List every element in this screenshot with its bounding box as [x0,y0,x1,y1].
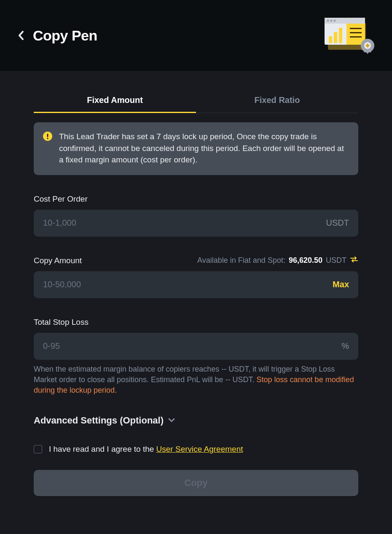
cost-per-order-label: Cost Per Order [34,194,358,204]
chevron-down-icon [168,417,175,424]
copy-amount-input[interactable] [43,280,333,289]
svg-rect-9 [350,36,362,38]
available-amount: 96,620.50 [289,256,322,265]
available-balance: Available in Fiat and Spot: 96,620.50 US… [197,256,358,265]
cost-per-order-input-wrap: USDT [34,210,358,237]
stop-loss-input-wrap: % [34,333,358,360]
stop-loss-field: Total Stop Loss % When the estimated mar… [34,318,358,396]
available-currency: USDT [326,256,346,265]
advanced-settings-toggle[interactable]: Advanced Settings (Optional) [34,415,358,426]
tab-fixed-amount[interactable]: Fixed Amount [34,88,196,113]
agreement-text: I have read and I agree to the User Serv… [49,445,243,454]
header-left: Copy Pen [17,27,97,44]
header-illustration-icon [320,14,375,57]
lockup-notice: This Lead Trader has set a 7 days lock u… [34,122,358,175]
svg-point-5 [334,20,336,22]
page-header: Copy Pen [0,0,392,71]
svg-rect-12 [339,28,342,43]
cost-per-order-suffix: USDT [326,218,349,228]
agreement-row: I have read and I agree to the User Serv… [34,445,358,454]
svg-rect-10 [329,36,332,43]
copy-amount-label: Copy Amount [34,256,82,265]
available-label: Available in Fiat and Spot: [197,256,285,265]
copy-amount-input-wrap: Max [34,271,358,298]
user-service-agreement-link[interactable]: User Service Agreement [156,445,243,453]
copy-amount-field: Copy Amount Available in Fiat and Spot: … [34,256,358,298]
cost-per-order-input[interactable] [43,218,326,228]
back-icon[interactable] [17,30,25,41]
svg-rect-8 [350,32,362,33]
tabs: Fixed Amount Fixed Ratio [34,88,358,113]
cost-per-order-field: Cost Per Order USDT [34,194,358,237]
page-title: Copy Pen [33,27,97,44]
agreement-checkbox[interactable] [34,445,42,453]
svg-point-4 [330,20,333,22]
advanced-settings-label: Advanced Settings (Optional) [34,415,164,426]
svg-rect-11 [334,32,337,43]
svg-rect-17 [47,134,48,137]
stop-loss-input[interactable] [43,341,341,351]
copy-button[interactable]: Copy [34,470,358,496]
stop-loss-helper: When the estimated margin balance of cop… [34,364,358,396]
content-area: Fixed Amount Fixed Ratio This Lead Trade… [0,71,392,513]
lockup-notice-text: This Lead Trader has set a 7 days lock u… [59,131,349,166]
stop-loss-suffix: % [341,341,349,351]
stop-loss-label: Total Stop Loss [34,318,358,327]
swap-icon[interactable] [350,256,358,265]
svg-point-18 [47,138,48,139]
max-button[interactable]: Max [333,280,349,289]
warning-icon [43,132,52,141]
copy-amount-label-row: Copy Amount Available in Fiat and Spot: … [34,256,358,265]
svg-rect-7 [350,28,362,29]
agreement-text-prefix: I have read and I agree to the [49,445,156,453]
tab-fixed-ratio[interactable]: Fixed Ratio [196,88,358,113]
svg-point-3 [327,20,329,22]
